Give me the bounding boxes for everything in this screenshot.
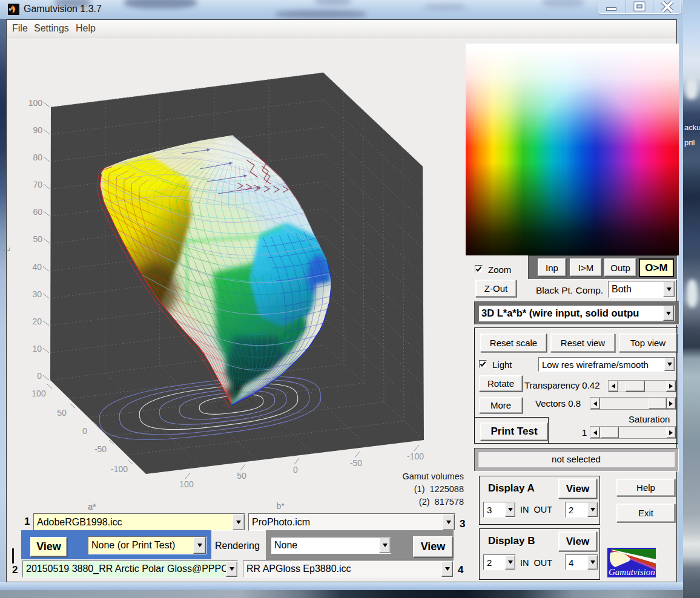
svg-text:20: 20 (32, 317, 42, 326)
svg-text:50: 50 (237, 471, 246, 481)
svg-text:100: 100 (31, 389, 46, 398)
svg-text:0: 0 (293, 465, 298, 475)
svg-text:10: 10 (32, 344, 42, 353)
svg-text:40: 40 (32, 262, 42, 272)
svg-text:90: 90 (33, 125, 42, 135)
svg-text:Gamutvision: Gamutvision (609, 567, 655, 577)
svg-text:-50: -50 (350, 458, 362, 468)
svg-text:-100: -100 (407, 452, 424, 461)
svg-text:100: 100 (179, 479, 194, 489)
svg-text:50: 50 (33, 234, 42, 244)
svg-text:0: 0 (82, 426, 87, 436)
svg-text:-50: -50 (94, 444, 107, 454)
svg-text:Gamut volumes: Gamut volumes (402, 472, 464, 481)
svg-text:30: 30 (32, 289, 42, 299)
svg-text:0: 0 (37, 371, 42, 381)
svg-text:80: 80 (33, 153, 42, 162)
svg-text:60: 60 (33, 207, 42, 217)
svg-text:-100: -100 (111, 464, 128, 474)
svg-text:100: 100 (28, 98, 43, 108)
svg-text:b*: b* (276, 501, 285, 511)
svg-text:(2) 817578: (2) 817578 (419, 497, 464, 507)
svg-text:70: 70 (33, 180, 42, 189)
svg-text:50: 50 (57, 408, 67, 418)
svg-text:L: L (2, 247, 12, 251)
svg-text:(1) 1225088: (1) 1225088 (414, 484, 464, 494)
